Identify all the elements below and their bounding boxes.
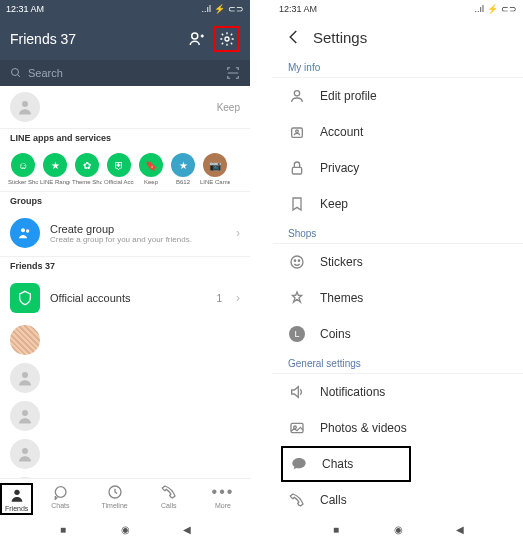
section-shops: Shops: [273, 222, 523, 244]
profile-icon: [288, 87, 306, 105]
friends-icon: [8, 486, 26, 504]
settings-icon-highlight[interactable]: [214, 26, 240, 52]
nav-friends[interactable]: Friends: [5, 486, 28, 512]
recents-button[interactable]: ■: [57, 523, 69, 535]
app-line-rangers[interactable]: ★LINE Rangers: [40, 153, 70, 185]
nav-more[interactable]: ••• More: [196, 483, 250, 515]
avatar: [10, 92, 40, 122]
svg-point-18: [298, 260, 299, 261]
friends-header: Friends 37: [0, 18, 250, 60]
recents-button[interactable]: ■: [330, 523, 342, 535]
row-edit-profile[interactable]: Edit profile: [273, 78, 523, 114]
avatar: [10, 439, 40, 469]
status-time: 12:31 AM: [279, 4, 317, 14]
calls-icon: [160, 483, 178, 501]
row-calls[interactable]: Calls: [273, 482, 523, 517]
settings-title: Settings: [313, 29, 367, 46]
chat-icon: [290, 455, 308, 473]
nav-chats[interactable]: Chats: [33, 483, 87, 515]
svg-rect-15: [292, 167, 301, 174]
lock-icon: [288, 159, 306, 177]
home-button[interactable]: ◉: [119, 523, 131, 535]
create-group-row[interactable]: Create group Create a group for you and …: [0, 210, 250, 256]
create-group-sub: Create a group for you and your friends.: [50, 235, 226, 244]
nav-calls[interactable]: Calls: [142, 483, 196, 515]
section-myinfo: My info: [273, 56, 523, 78]
friend-row[interactable]: [0, 321, 250, 359]
app-keep[interactable]: 🔖Keep: [136, 153, 166, 185]
search-placeholder: Search: [28, 67, 63, 79]
add-friend-icon[interactable]: [188, 30, 206, 48]
more-icon: •••: [214, 483, 232, 501]
svg-point-8: [22, 448, 28, 454]
nav-timeline[interactable]: Timeline: [88, 483, 142, 515]
themes-icon: [288, 289, 306, 307]
row-notifications[interactable]: Notifications: [273, 374, 523, 410]
official-accounts-row[interactable]: Official accounts 1 ›: [0, 275, 250, 321]
row-coins[interactable]: LCoins: [273, 316, 523, 352]
home-button[interactable]: ◉: [392, 523, 404, 535]
keep-link[interactable]: Keep: [217, 102, 240, 113]
app-official[interactable]: ⛨Official Accou...: [104, 153, 134, 185]
qr-icon[interactable]: [226, 66, 240, 80]
friend-row[interactable]: [0, 359, 250, 397]
svg-point-17: [294, 260, 295, 261]
section-general: General settings: [273, 352, 523, 374]
friend-row[interactable]: [0, 397, 250, 435]
phone-icon: [288, 491, 306, 509]
my-profile-row[interactable]: Keep: [0, 86, 250, 128]
row-stickers[interactable]: Stickers: [273, 244, 523, 280]
status-indicators: ..ıl ⚡ ⊂⊃: [201, 4, 244, 14]
svg-point-6: [22, 372, 28, 378]
row-keep[interactable]: Keep: [273, 186, 523, 222]
timeline-icon: [106, 483, 124, 501]
create-group-icon: [10, 218, 40, 248]
wifi-icon: ⚡: [214, 4, 225, 14]
svg-point-4: [21, 228, 25, 232]
svg-point-7: [22, 410, 28, 416]
app-sticker-shop[interactable]: ☺Sticker Shop: [8, 153, 38, 185]
svg-point-1: [225, 37, 229, 41]
app-camera[interactable]: 📷LINE Camera: [200, 153, 230, 185]
svg-point-0: [192, 33, 198, 39]
app-theme-shop[interactable]: ✿Theme Shop: [72, 153, 102, 185]
photo-icon: [288, 419, 306, 437]
row-themes[interactable]: Themes: [273, 280, 523, 316]
battery-icon: ⊂⊃: [228, 4, 244, 14]
create-group-title: Create group: [50, 223, 226, 235]
friend-row[interactable]: [0, 435, 250, 473]
svg-point-14: [296, 130, 299, 133]
svg-point-10: [14, 490, 19, 495]
bookmark-icon: [288, 195, 306, 213]
nav-friends-highlight: Friends: [0, 483, 33, 515]
official-icon: [10, 283, 40, 313]
content: Keep LINE apps and services ☺Sticker Sho…: [0, 86, 250, 478]
friends-section-title: Friends 37: [0, 257, 250, 275]
official-label: Official accounts: [50, 292, 131, 304]
svg-point-12: [294, 91, 299, 96]
back-button[interactable]: ◀: [181, 523, 193, 535]
left-phone: 12:31 AM ..ıl ⚡ ⊂⊃ Friends 37 Search Kee…: [0, 0, 250, 541]
chevron-right-icon: ›: [236, 291, 240, 305]
back-button[interactable]: ◀: [454, 523, 466, 535]
account-icon: [288, 123, 306, 141]
row-account[interactable]: Account: [273, 114, 523, 150]
avatar: [10, 401, 40, 431]
row-privacy[interactable]: Privacy: [273, 150, 523, 186]
search-bar[interactable]: Search: [0, 60, 250, 86]
system-nav: ■ ◉ ◀: [273, 517, 523, 541]
status-indicators: ..ıl ⚡ ⊂⊃: [474, 4, 517, 14]
app-b612[interactable]: ★B612: [168, 153, 198, 185]
groups-section-title: Groups: [0, 192, 250, 210]
svg-point-5: [26, 229, 29, 232]
back-icon[interactable]: [285, 28, 303, 46]
svg-point-16: [291, 256, 303, 268]
row-chats-highlight[interactable]: Chats: [281, 446, 411, 482]
avatar: [10, 363, 40, 393]
status-bar: 12:31 AM ..ıl ⚡ ⊂⊃: [273, 0, 523, 18]
signal-icon: ..ıl: [201, 4, 211, 14]
apps-row: ☺Sticker Shop ★LINE Rangers ✿Theme Shop …: [0, 147, 250, 191]
search-icon: [10, 67, 22, 79]
row-photos[interactable]: Photos & videos: [273, 410, 523, 446]
chats-icon: [51, 483, 69, 501]
